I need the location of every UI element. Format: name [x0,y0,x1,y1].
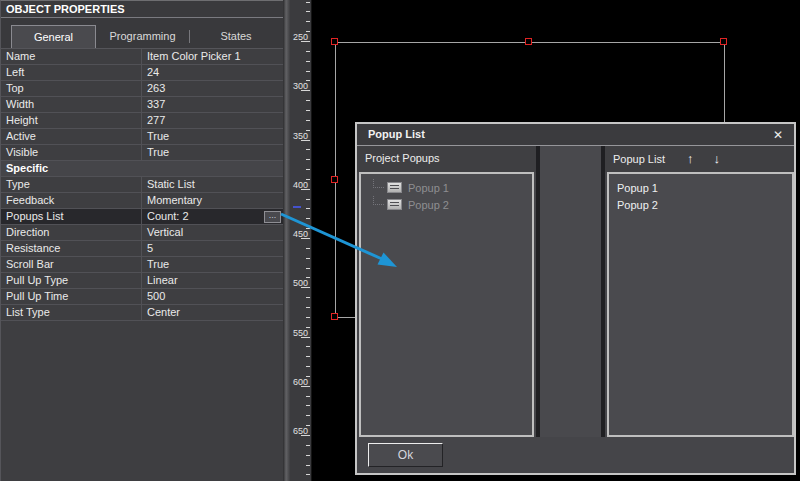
ruler-tick [306,120,310,121]
vertical-ruler: 250300350400450500550600650 [290,0,312,481]
project-popups-list[interactable]: Popup 1Popup 2 [359,172,534,437]
ruler-tick [306,149,310,150]
property-row[interactable]: Width337 [1,97,283,113]
ruler-tick [306,100,310,101]
tab-strip: General Programming States [1,18,283,49]
gutter-right [601,146,605,437]
close-icon[interactable]: ✕ [771,125,785,145]
popup-item-label: Popup 1 [408,182,449,194]
ok-button[interactable]: Ok [368,443,443,467]
ruler-tick [306,61,310,62]
ruler-tick [306,455,310,456]
property-row[interactable]: Pull Up TypeLinear [1,273,283,289]
property-row[interactable]: FeedbackMomentary [1,193,283,209]
designer-stage: OBJECT PROPERTIES General Programming St… [0,0,800,481]
property-value: True [141,145,283,160]
ruler-label: 550 [291,329,308,338]
ruler-tick [306,248,310,249]
property-value: 337 [141,97,283,112]
property-row[interactable]: ActiveTrue [1,129,283,145]
ruler-tick [306,297,310,298]
selection-handle-left-mid[interactable] [331,176,338,183]
ruler-tick [306,396,310,397]
property-value: True [141,257,283,272]
ruler-position-marker [293,206,301,208]
move-down-icon[interactable]: ↓ [713,147,720,171]
project-popup-item[interactable]: Popup 2 [361,196,532,213]
property-row[interactable]: Left24 [1,65,283,81]
property-label: Left [1,65,141,80]
property-row[interactable]: NameItem Color Picker 1 [1,49,283,65]
ruler-tick [306,307,310,308]
property-label: Feedback [1,193,141,208]
ruler-tick [306,268,310,269]
property-row[interactable]: Pull Up Time500 [1,289,283,305]
property-value: 24 [141,65,283,80]
panel-title: OBJECT PROPERTIES [1,1,283,18]
ruler-tick [306,445,310,446]
property-row[interactable]: List TypeCenter [1,305,283,321]
ruler-tick [306,405,310,406]
property-row[interactable]: VisibleTrue [1,145,283,161]
property-label: Name [1,49,141,64]
property-value: 263 [141,81,283,96]
popup-list-header: Popup List ↑ ↓ [605,146,794,172]
property-row[interactable]: Scroll BarTrue [1,257,283,273]
property-value: 500 [141,289,283,304]
popup-page-icon [387,199,402,210]
tab-programming[interactable]: Programming [97,25,188,48]
property-value: Item Color Picker 1 [141,49,283,64]
ellipsis-button[interactable]: ... [264,211,281,223]
property-row[interactable]: Resistance5 [1,241,283,257]
project-popup-item[interactable]: Popup 1 [361,179,532,196]
property-label: Direction [1,225,141,240]
selection-handle-bottom-left[interactable] [331,313,338,320]
ruler-tick [306,169,310,170]
property-label: Type [1,177,141,192]
selection-handle-top-mid[interactable] [525,38,532,45]
property-label: Pull Up Time [1,289,141,304]
property-value: Center [141,305,283,320]
property-label: Top [1,81,141,96]
property-row[interactable]: Height277 [1,113,283,129]
property-value: Static List [141,177,283,192]
popup-page-icon [387,182,402,193]
property-row[interactable]: Top263 [1,81,283,97]
tree-branch-line [373,196,384,205]
property-value: Count: 2 [141,209,283,224]
dialog-titlebar[interactable]: Popup List ✕ [357,124,794,146]
property-row[interactable]: DirectionVertical [1,225,283,241]
selection-handle-top-right[interactable] [720,38,727,45]
popup-list-list[interactable]: Popup 1Popup 2 [607,172,794,437]
ruler-label: 250 [291,33,308,42]
move-up-icon[interactable]: ↑ [687,147,694,171]
ruler-tick [306,159,310,160]
popup-list-label: Popup List [613,147,665,171]
ruler-tick [306,317,310,318]
ruler-tick [306,258,310,259]
selection-handle-top-left[interactable] [331,38,338,45]
selected-popup-item[interactable]: Popup 2 [609,196,792,213]
ruler-tick [306,465,310,466]
property-section-row[interactable]: Specific [1,161,283,177]
ruler-tick [306,474,310,475]
project-popups-label: Project Popups [365,152,440,164]
tab-states[interactable]: States [190,25,282,48]
panel-splitter[interactable] [283,0,290,481]
transfer-column: > < [540,146,601,437]
property-value: 5 [141,241,283,256]
property-label: List Type [1,305,141,320]
ruler-tick [306,366,310,367]
property-label: Pull Up Type [1,273,141,288]
property-row[interactable]: Popups ListCount: 2... [1,209,283,225]
ruler-label: 600 [291,378,308,387]
property-label: Visible [1,145,141,160]
tab-general[interactable]: General [11,25,96,48]
ruler-tick [306,51,310,52]
ruler-tick [306,208,310,209]
ruler-tick [306,110,310,111]
property-row[interactable]: TypeStatic List [1,177,283,193]
property-value: True [141,129,283,144]
selected-popup-item[interactable]: Popup 1 [609,179,792,196]
property-grid: NameItem Color Picker 1Left24Top263Width… [1,49,283,321]
